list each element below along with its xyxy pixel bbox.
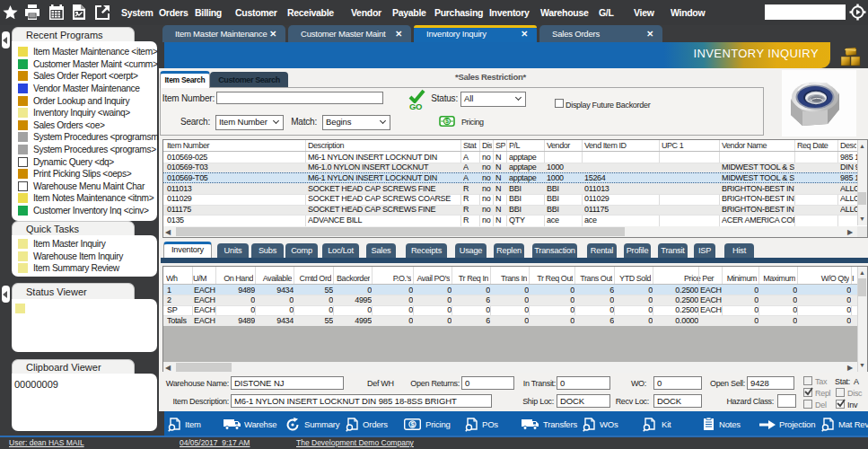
svg-text:$: $ xyxy=(445,117,449,125)
